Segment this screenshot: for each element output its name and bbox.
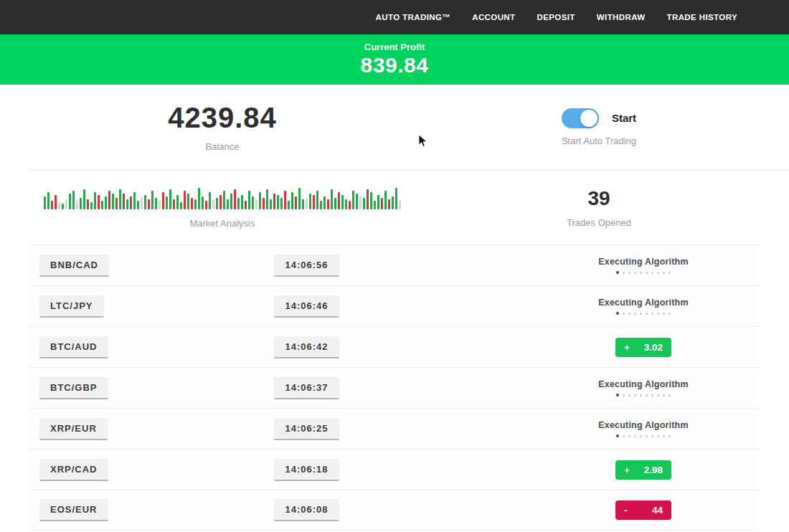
trade-row: XRP/EUR 14:06:25 Executing Algorithm xyxy=(29,408,760,449)
candle-bar-icon xyxy=(367,189,369,209)
progress-dot xyxy=(628,313,630,315)
trade-time-badge: 14:06:46 xyxy=(274,295,339,318)
market-analysis-bars xyxy=(44,186,401,209)
candle-bar-icon xyxy=(216,198,218,209)
pair-badge: BNB/CAD xyxy=(39,255,109,277)
candle-bar-icon xyxy=(377,195,379,209)
candle-bar-icon xyxy=(349,201,351,209)
result-sign: + xyxy=(624,342,630,353)
candle-bar-icon xyxy=(126,199,128,209)
candle-bar-icon xyxy=(352,191,354,209)
progress-dot xyxy=(634,394,636,396)
stats-row-balance: 4239.84 Balance Start Start Auto Trading xyxy=(0,85,789,169)
trade-time-badge: 14:06:42 xyxy=(274,336,339,358)
trade-row: BNB/CAD 14:06:56 Executing Algorithm xyxy=(29,244,760,285)
progress-dot xyxy=(663,394,665,396)
candle-bar-icon xyxy=(302,199,304,209)
progress-dot xyxy=(668,272,671,274)
progress-dot xyxy=(628,435,630,437)
candle-bar-icon xyxy=(169,189,171,209)
candle-bar-icon xyxy=(144,195,146,209)
candle-bar-icon xyxy=(191,198,193,209)
candle-bar-icon xyxy=(205,201,207,209)
progress-dot xyxy=(646,313,648,315)
candle-bar-icon xyxy=(166,196,168,209)
candle-bar-icon xyxy=(392,196,394,209)
candle-bar-icon xyxy=(259,192,261,209)
executing-status: Executing Algorithm xyxy=(598,420,689,437)
candle-bar-icon xyxy=(198,188,200,209)
nav-item-withdraw[interactable]: WITHDRAW xyxy=(597,13,646,22)
candle-bar-icon xyxy=(313,195,315,209)
progress-dot xyxy=(657,394,659,396)
nav-item-deposit[interactable]: DEPOSIT xyxy=(537,13,575,22)
candle-bar-icon xyxy=(212,199,214,209)
trade-time-badge: 14:06:37 xyxy=(274,377,339,399)
candle-bar-icon xyxy=(399,201,401,209)
progress-dot xyxy=(651,394,653,396)
candle-bar-icon xyxy=(155,198,157,209)
progress-dots-icon xyxy=(598,271,689,274)
candle-bar-icon xyxy=(241,195,243,209)
result-sign: + xyxy=(624,465,630,475)
candle-bar-icon xyxy=(395,188,397,209)
progress-dot xyxy=(623,313,625,315)
candle-bar-icon xyxy=(130,196,132,209)
nav-item-auto-trading[interactable]: AUTO TRADING™ xyxy=(376,13,451,22)
progress-dot xyxy=(634,272,636,274)
candle-bar-icon xyxy=(263,198,265,209)
progress-dot xyxy=(657,435,659,437)
candle-bar-icon xyxy=(359,196,362,209)
candle-bar-icon xyxy=(288,201,290,209)
nav-item-trade-history[interactable]: TRADE HISTORY xyxy=(667,13,738,22)
candle-bar-icon xyxy=(237,198,240,209)
candle-bar-icon xyxy=(345,199,347,209)
progress-dot xyxy=(616,434,619,437)
candle-bar-icon xyxy=(309,194,311,209)
candle-bar-icon xyxy=(119,189,121,209)
auto-trading-block: Start Start Auto Trading xyxy=(445,85,753,169)
balance-value: 4239.84 xyxy=(168,102,277,134)
executing-status: Executing Algorithm xyxy=(598,379,689,396)
progress-dot xyxy=(657,313,659,315)
progress-dot xyxy=(623,272,625,274)
pair-badge: BTC/GBP xyxy=(39,377,108,399)
candle-bar-icon xyxy=(356,194,358,209)
auto-trading-toggle[interactable] xyxy=(562,108,599,128)
current-profit-label: Current Profit xyxy=(364,42,425,52)
progress-dots-icon xyxy=(598,312,689,315)
candle-bar-icon xyxy=(58,202,60,209)
candle-bar-icon xyxy=(137,201,139,209)
candle-bar-icon xyxy=(162,192,164,209)
trades-opened-block: 39 Trades Opened xyxy=(445,170,753,244)
executing-status: Executing Algorithm xyxy=(598,298,689,315)
candle-bar-icon xyxy=(320,201,322,209)
progress-dots-icon xyxy=(598,394,689,396)
progress-dot xyxy=(646,394,648,396)
candle-bar-icon xyxy=(108,191,110,209)
candle-bar-icon xyxy=(101,201,103,209)
trade-row: LTC/JPY 14:06:46 Executing Algorithm xyxy=(29,285,760,326)
toggle-knob xyxy=(580,110,597,127)
progress-dot xyxy=(646,435,648,437)
result-badge: - 44 xyxy=(615,500,671,520)
candle-bar-icon xyxy=(306,198,308,209)
candle-bar-icon xyxy=(234,189,236,209)
candle-bar-icon xyxy=(202,196,204,209)
trades-opened-value: 39 xyxy=(587,187,610,210)
progress-dot xyxy=(628,394,630,396)
candle-bar-icon xyxy=(87,199,89,209)
candle-bar-icon xyxy=(374,201,376,209)
candle-bar-icon xyxy=(284,191,286,209)
candle-bar-icon xyxy=(55,195,57,209)
candle-bar-icon xyxy=(363,198,365,209)
progress-dot xyxy=(663,272,665,274)
nav-item-account[interactable]: ACCOUNT xyxy=(472,13,515,22)
progress-dot xyxy=(616,271,619,274)
trades-table: BNB/CAD 14:06:56 Executing Algorithm LTC… xyxy=(29,244,760,531)
candle-bar-icon xyxy=(62,204,64,209)
progress-dot xyxy=(657,272,659,274)
progress-dot xyxy=(640,394,642,396)
executing-label: Executing Algorithm xyxy=(598,298,689,308)
candle-bar-icon xyxy=(248,191,250,209)
